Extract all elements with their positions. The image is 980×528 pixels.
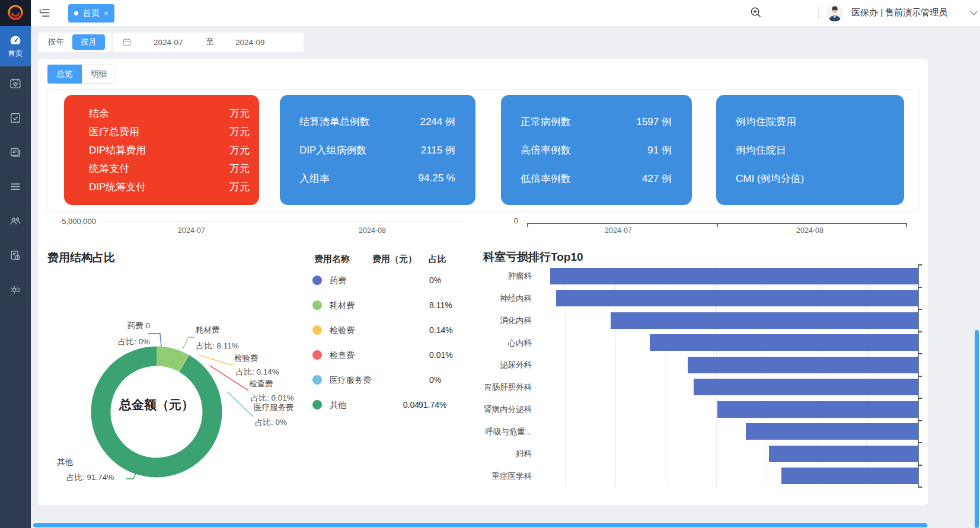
overview-tab[interactable]: 总览 bbox=[47, 65, 82, 84]
bar[interactable] bbox=[650, 334, 918, 351]
fee-name: 其他 bbox=[330, 400, 346, 411]
fee-name: 耗材费 bbox=[330, 300, 355, 311]
axis-tick-mark bbox=[918, 287, 922, 288]
stat-value: 1597 例 bbox=[636, 115, 672, 129]
pie-label-pct: 占比: 0.14% bbox=[236, 367, 279, 377]
sidebar-item-settings[interactable] bbox=[0, 273, 31, 307]
axis-tick-mark bbox=[918, 376, 922, 377]
bar[interactable] bbox=[611, 312, 918, 329]
fee-ratio: 0% bbox=[429, 375, 441, 385]
pie-chart-title: 费用结构占比 bbox=[47, 250, 115, 265]
settlement-card: 结算清单总例数2244 例DIP入组病例数2115 例入组率94.25 % bbox=[280, 95, 475, 205]
period-toggle: 按年 按月 bbox=[38, 33, 111, 52]
sidebar-item-insurance[interactable] bbox=[0, 66, 31, 101]
right-axis-tick-mark bbox=[906, 223, 907, 227]
stat-value: 427 例 bbox=[642, 172, 672, 185]
pie-label-name: 检验费 bbox=[234, 353, 258, 364]
by-year-button[interactable]: 按年 bbox=[40, 34, 72, 50]
pie-slice-耗材费[interactable] bbox=[157, 356, 184, 363]
pie-label-name: 医疗服务费 bbox=[254, 402, 294, 413]
bar[interactable] bbox=[769, 446, 918, 462]
legend-dot bbox=[312, 276, 322, 285]
checkbox-icon bbox=[9, 111, 22, 124]
topbar: 首页 × 医保办 | 售前演示管理员 bbox=[31, 0, 980, 27]
pie-label-name: 检查费 bbox=[249, 379, 273, 389]
fee-amount: 0.04 bbox=[403, 400, 419, 409]
tab-close-icon[interactable]: × bbox=[104, 9, 108, 18]
fee-ratio: 8.11% bbox=[429, 300, 452, 310]
bar[interactable] bbox=[694, 379, 918, 395]
bar[interactable] bbox=[746, 423, 918, 440]
horizontal-scrollbar-thumb[interactable] bbox=[33, 523, 927, 527]
stat-label: 入组率 bbox=[299, 172, 330, 185]
fee-table-row: 其他0.0491.74% bbox=[305, 392, 457, 417]
axis-tick-mark bbox=[918, 264, 922, 265]
stat-label: 低倍率例数 bbox=[521, 172, 571, 185]
sidebar-collapse-icon[interactable] bbox=[39, 7, 51, 19]
date-range-picker[interactable]: 2024-07 至 2024-09 bbox=[113, 33, 304, 52]
stat-value: 万元 bbox=[229, 162, 250, 175]
report-clock-icon bbox=[9, 249, 22, 262]
sidebar-item-audit[interactable] bbox=[0, 101, 31, 135]
app-logo[interactable] bbox=[0, 0, 31, 26]
stat-row: DIP结算费用万元 bbox=[64, 141, 259, 159]
date-start-value[interactable]: 2024-07 bbox=[154, 38, 183, 47]
stat-value: 万元 bbox=[229, 143, 250, 157]
left-axis-tick-1: 2024-07 bbox=[169, 226, 214, 235]
axis-tick-mark bbox=[918, 420, 922, 421]
topbar-divider bbox=[818, 7, 819, 19]
average-card: 例均住院费用例均住院日CMI (例均分值) bbox=[716, 95, 904, 205]
stat-label: 医疗总费用 bbox=[89, 125, 139, 139]
stat-label: 正常病例数 bbox=[521, 115, 571, 129]
calendar-heart-icon bbox=[9, 77, 22, 90]
sidebar-item-records[interactable] bbox=[0, 135, 31, 169]
stat-label: 统筹支付 bbox=[89, 162, 129, 175]
fee-name: 药费 bbox=[330, 276, 346, 286]
leader-line-yiliaofuwufei bbox=[227, 392, 253, 417]
axis-tick-mark bbox=[918, 398, 922, 399]
sidebar-item-reports[interactable] bbox=[0, 238, 31, 273]
stat-label: DIP统筹支付 bbox=[89, 180, 146, 194]
detail-tab[interactable]: 明细 bbox=[82, 65, 116, 84]
app-root: 首页 bbox=[0, 0, 980, 528]
fee-name: 医疗服务费 bbox=[330, 375, 371, 386]
stat-row: CMI (例均分值) bbox=[716, 164, 904, 193]
stat-row: 医疗总费用万元 bbox=[64, 123, 259, 141]
date-end-value[interactable]: 2024-09 bbox=[235, 38, 265, 47]
stat-value: 91 例 bbox=[647, 143, 672, 157]
sidebar-item-menu[interactable] bbox=[0, 169, 31, 204]
right-axis-tick-mark bbox=[717, 223, 718, 227]
document-icon bbox=[9, 146, 22, 159]
stat-value: 2244 例 bbox=[420, 115, 455, 129]
right-axis-value-label: 0 bbox=[502, 216, 518, 225]
stat-cards-row: 结余万元医疗总费用万元DIP结算费用万元统筹支付万元DIP统筹支付万元结算清单总… bbox=[64, 95, 904, 205]
stat-label: 高倍率例数 bbox=[521, 143, 571, 157]
stat-label: 结余 bbox=[89, 107, 109, 120]
sidebar-item-users[interactable] bbox=[0, 204, 31, 238]
bar[interactable] bbox=[717, 401, 918, 418]
chevron-down-icon[interactable] bbox=[970, 11, 978, 16]
stat-row: 结算清单总例数2244 例 bbox=[280, 107, 475, 136]
user-avatar[interactable] bbox=[826, 5, 843, 21]
pie-label-pct: 占比: 0% bbox=[118, 337, 150, 347]
user-role-name[interactable]: 医保办 | 售前演示管理员 bbox=[851, 7, 947, 18]
vertical-scrollbar-thumb[interactable] bbox=[975, 330, 979, 528]
axis-tick-mark bbox=[918, 331, 922, 332]
by-month-button[interactable]: 按月 bbox=[72, 34, 105, 50]
dashboard-icon bbox=[9, 34, 22, 47]
stat-value: 万元 bbox=[229, 107, 250, 120]
pie-label-name: 耗材费 bbox=[196, 325, 220, 335]
bar[interactable] bbox=[556, 290, 918, 306]
stat-row: 正常病例数1597 例 bbox=[501, 107, 692, 136]
bar[interactable] bbox=[550, 268, 918, 284]
pie-label-pct: 占比: 8.11% bbox=[196, 341, 239, 351]
bar[interactable] bbox=[781, 468, 918, 484]
tab-label: 首页 bbox=[82, 8, 100, 19]
sidebar-item-home[interactable]: 首页 bbox=[0, 26, 31, 66]
tab-active-dot bbox=[74, 11, 78, 15]
bar[interactable] bbox=[688, 357, 918, 373]
tab-home[interactable]: 首页 × bbox=[68, 4, 114, 23]
right-axis-tick-1: 2024-07 bbox=[596, 226, 641, 235]
fee-table-row: 检查费0.01% bbox=[305, 343, 457, 367]
zoom-in-icon[interactable] bbox=[749, 6, 763, 20]
